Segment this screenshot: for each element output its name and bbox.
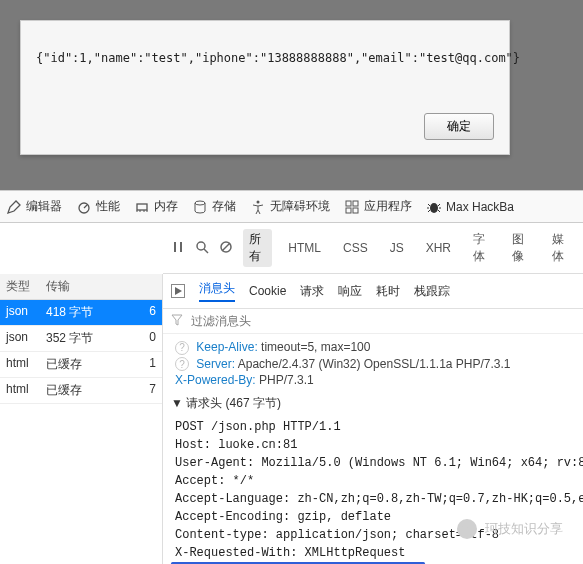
alert-message: {"id":1,"name":"test","iphone":"13888888… (36, 51, 494, 65)
header-val: timeout=5, max=100 (261, 340, 370, 354)
memory-icon (134, 199, 150, 215)
svg-rect-5 (353, 201, 358, 206)
tab-request[interactable]: 请求 (300, 283, 324, 300)
header-filter-row (163, 309, 583, 334)
highlighted-header: X-Requested-With: XMLHttpRequest (175, 544, 405, 562)
ok-button[interactable]: 确定 (424, 113, 494, 140)
alert-dialog: {"id":1,"name":"test","iphone":"13888888… (20, 20, 510, 155)
tool-label: 性能 (96, 198, 120, 215)
accessibility-icon (250, 199, 266, 215)
tool-label: 存储 (212, 198, 236, 215)
col-type[interactable]: 类型 (6, 278, 46, 295)
pause-icon[interactable] (171, 240, 185, 257)
help-icon[interactable]: ? (175, 341, 189, 355)
filter-css[interactable]: CSS (337, 239, 374, 257)
svg-point-3 (257, 200, 260, 203)
svg-rect-6 (346, 208, 351, 213)
tool-label: 编辑器 (26, 198, 62, 215)
request-detail-pane: 消息头 Cookie 请求 响应 耗时 栈跟踪 ? Keep-Alive: ti… (163, 274, 583, 564)
detail-tabs: 消息头 Cookie 请求 响应 耗时 栈跟踪 (163, 274, 583, 309)
header-key: X-Powered-By: (175, 373, 256, 387)
network-request-list: 类型 传输 json 418 字节 6 json 352 字节 0 html 已… (0, 274, 163, 564)
tool-maxhackbar[interactable]: Max HackBa (426, 199, 514, 215)
resend-icon[interactable] (171, 284, 185, 298)
tab-stack[interactable]: 栈跟踪 (414, 283, 450, 300)
tab-headers[interactable]: 消息头 (199, 280, 235, 302)
table-row[interactable]: json 352 字节 0 (0, 326, 162, 352)
page-backdrop: {"id":1,"name":"test","iphone":"13888888… (0, 0, 583, 190)
header-key: Server: (196, 357, 235, 371)
col-trans[interactable]: 传输 (46, 278, 136, 295)
tool-label: 应用程序 (364, 198, 412, 215)
search-icon[interactable] (195, 240, 209, 257)
filter-all[interactable]: 所有 (243, 229, 272, 267)
svg-rect-7 (353, 208, 358, 213)
help-icon[interactable]: ? (175, 357, 189, 371)
tab-cookie[interactable]: Cookie (249, 284, 286, 298)
svg-point-8 (430, 203, 438, 213)
tool-application[interactable]: 应用程序 (344, 198, 412, 215)
tool-label: Max HackBa (446, 200, 514, 214)
filter-font[interactable]: 字体 (467, 229, 496, 267)
tool-performance[interactable]: 性能 (76, 198, 120, 215)
filter-js[interactable]: JS (384, 239, 410, 257)
pen-icon (6, 199, 22, 215)
funnel-icon (171, 314, 183, 329)
svg-point-9 (197, 242, 205, 250)
request-headers-label: 请求头 (467 字节) (186, 396, 281, 410)
tool-accessibility[interactable]: 无障碍环境 (250, 198, 330, 215)
storage-icon (192, 199, 208, 215)
filter-image[interactable]: 图像 (506, 229, 535, 267)
tool-memory[interactable]: 内存 (134, 198, 178, 215)
svg-rect-1 (137, 204, 147, 210)
bug-icon (426, 199, 442, 215)
tool-label: 内存 (154, 198, 178, 215)
tool-label: 无障碍环境 (270, 198, 330, 215)
tab-response[interactable]: 响应 (338, 283, 362, 300)
grid-icon (344, 199, 360, 215)
table-header: 类型 传输 (0, 274, 162, 300)
response-headers-section: ? Keep-Alive: timeout=5, max=100 ? Serve… (163, 334, 583, 564)
tab-timing[interactable]: 耗时 (376, 283, 400, 300)
raw-request-block: POST /json.php HTTP/1.1 Host: luoke.cn:8… (175, 418, 571, 564)
table-row[interactable]: html 已缓存 7 (0, 378, 162, 404)
request-headers-toggle[interactable]: ▼ 请求头 (467 字节) (171, 395, 571, 412)
tool-storage[interactable]: 存储 (192, 198, 236, 215)
filter-media[interactable]: 媒体 (546, 229, 575, 267)
header-val: PHP/7.3.1 (259, 373, 314, 387)
svg-rect-4 (346, 201, 351, 206)
header-val: Apache/2.4.37 (Win32) OpenSSL/1.1.1a PHP… (238, 357, 511, 371)
network-filter-bar: 所有 HTML CSS JS XHR 字体 图像 媒体 (163, 223, 583, 274)
devtools-toolbar: 编辑器 性能 内存 存储 无障碍环境 应用程序 Max HackBa (0, 190, 583, 223)
filter-html[interactable]: HTML (282, 239, 327, 257)
filter-headers-input[interactable] (189, 313, 575, 329)
gauge-icon (76, 199, 92, 215)
table-row[interactable]: html 已缓存 1 (0, 352, 162, 378)
filter-xhr[interactable]: XHR (420, 239, 457, 257)
header-key: Keep-Alive: (196, 340, 257, 354)
svg-point-2 (195, 201, 205, 205)
block-icon[interactable] (219, 240, 233, 257)
table-row[interactable]: json 418 字节 6 (0, 300, 162, 326)
tool-editor[interactable]: 编辑器 (6, 198, 62, 215)
